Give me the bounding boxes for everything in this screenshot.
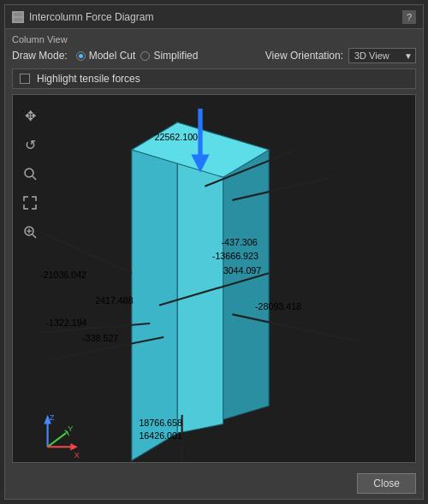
svg-text:Y: Y <box>68 424 74 433</box>
radio-simplified[interactable]: Simplified <box>140 50 198 62</box>
highlight-tensile-row: Highlight tensile forces <box>12 68 416 89</box>
title-bar-left: Intercolumn Force Diagram <box>12 11 153 23</box>
svg-text:22562.100: 22562.100 <box>155 132 199 142</box>
svg-text:-338.527: -338.527 <box>82 333 118 343</box>
svg-text:X: X <box>74 450 80 460</box>
view-orientation-dropdown-wrapper: 3D View Front View Side View ▼ <box>348 48 416 63</box>
undo-tool-button[interactable]: ↺ <box>18 133 42 157</box>
radio-model-cut-circle <box>76 51 86 61</box>
intercolumn-force-dialog: Intercolumn Force Diagram ? Column View … <box>4 4 424 500</box>
dialog-footer: Close <box>5 468 423 499</box>
svg-text:-1322.194: -1322.194 <box>45 317 86 328</box>
viewport-tools: ✥ ↺ <box>18 104 42 244</box>
zoom-tool-button[interactable] <box>18 162 42 186</box>
svg-line-3 <box>33 176 36 180</box>
svg-marker-10 <box>132 122 177 460</box>
radio-model-cut-label: Model Cut <box>89 50 136 62</box>
pan-tool-button[interactable]: ✥ <box>18 104 42 127</box>
radio-simplified-label: Simplified <box>153 50 198 62</box>
fit-view-button[interactable] <box>18 191 42 215</box>
svg-text:-437.306: -437.306 <box>222 237 258 247</box>
svg-text:-13666.923: -13666.923 <box>212 251 259 261</box>
draw-mode-label: Draw Mode: <box>12 50 68 62</box>
view-orientation-select[interactable]: 3D View Front View Side View <box>348 48 416 63</box>
dialog-content: Column View Draw Mode: Model Cut Simplif… <box>5 29 423 468</box>
svg-text:-28093.418: -28093.418 <box>255 301 301 311</box>
toolbar-row: Draw Mode: Model Cut Simplified View Ori… <box>12 48 416 63</box>
svg-text:Z: Z <box>50 412 55 422</box>
svg-text:2417.488: 2417.488 <box>95 295 134 305</box>
title-bar: Intercolumn Force Diagram ? <box>5 5 423 29</box>
radio-model-cut[interactable]: Model Cut <box>76 50 136 62</box>
svg-text:3044.097: 3044.097 <box>223 265 262 276</box>
column-view-label: Column View <box>12 34 416 44</box>
close-button[interactable]: Close <box>357 473 416 494</box>
highlight-tensile-label: Highlight tensile forces <box>37 73 140 85</box>
svg-text:16426.001: 16426.001 <box>139 430 182 441</box>
draw-mode-group: Model Cut Simplified <box>76 50 199 62</box>
radio-simplified-circle <box>140 51 150 61</box>
highlight-tensile-checkbox[interactable] <box>20 74 30 84</box>
svg-point-2 <box>25 169 33 177</box>
dialog-icon <box>12 11 24 23</box>
help-button[interactable]: ? <box>402 10 416 24</box>
view-orientation-label: View Orientation: <box>265 50 343 62</box>
svg-text:-21036.042: -21036.042 <box>40 270 86 280</box>
svg-text:18766.658: 18766.658 <box>139 418 182 428</box>
fit-zoom-button[interactable] <box>18 220 42 244</box>
dialog-title: Intercolumn Force Diagram <box>29 11 153 23</box>
view-orientation-group: View Orientation: 3D View Front View Sid… <box>265 48 416 63</box>
title-bar-controls: ? <box>402 10 416 24</box>
viewport-svg: 22562.100 -21036.042 2417.488 -1322.194 … <box>13 95 415 463</box>
svg-line-5 <box>33 234 36 238</box>
viewport[interactable]: ✥ ↺ <box>12 94 416 463</box>
